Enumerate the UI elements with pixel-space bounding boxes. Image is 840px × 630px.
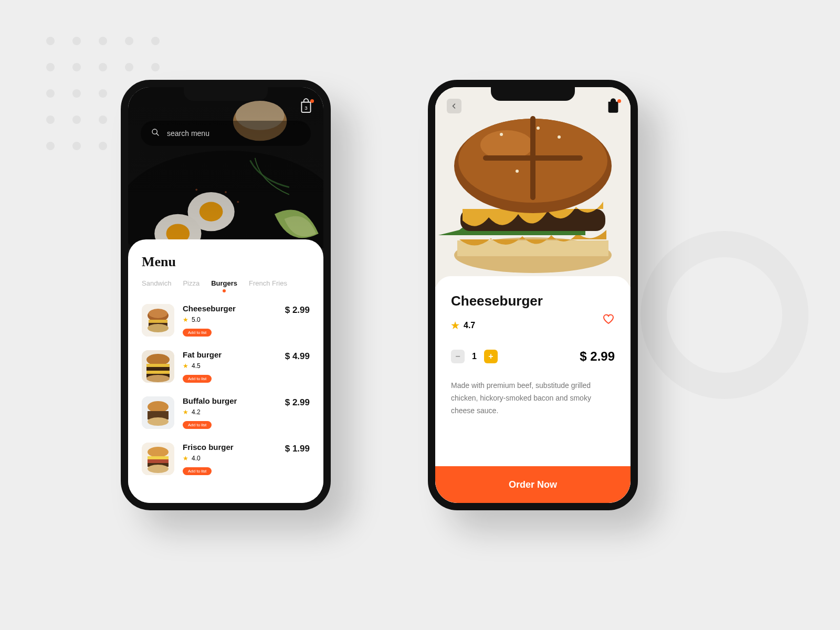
svg-point-33 bbox=[148, 447, 169, 457]
item-name: Cheeseburger bbox=[183, 304, 277, 313]
item-rating: 4.2 bbox=[192, 408, 201, 416]
phone-notch bbox=[491, 87, 575, 101]
product-rating: 4.7 bbox=[464, 321, 475, 330]
item-thumb bbox=[142, 304, 174, 337]
add-to-list-button[interactable]: Add to list bbox=[183, 467, 212, 475]
phone-detail: 3 Cheeseburger ★ 4.7 − 1 + $ 2.99 Made w… bbox=[428, 80, 638, 510]
list-item[interactable]: Fat burger ★ 4.5 Add to list $ 4.99 bbox=[142, 350, 310, 383]
qty-increase-button[interactable]: + bbox=[484, 350, 498, 363]
tab-pizza[interactable]: Pizza bbox=[183, 279, 200, 292]
tab-sandwich[interactable]: Sandwich bbox=[142, 279, 171, 292]
star-icon: ★ bbox=[183, 316, 188, 323]
list-item[interactable]: Cheeseburger ★ 5.0 Add to list $ 2.99 bbox=[142, 304, 310, 337]
svg-rect-22 bbox=[146, 364, 170, 367]
search-input[interactable] bbox=[167, 129, 300, 138]
menu-list[interactable]: Cheeseburger ★ 5.0 Add to list $ 2.99 Fa… bbox=[142, 304, 310, 475]
svg-point-46 bbox=[558, 135, 561, 139]
svg-text:3: 3 bbox=[612, 105, 614, 111]
item-rating: 4.0 bbox=[192, 455, 201, 462]
svg-point-26 bbox=[146, 375, 170, 382]
svg-rect-24 bbox=[146, 371, 170, 374]
svg-point-37 bbox=[148, 465, 169, 473]
product-image bbox=[435, 87, 631, 287]
cart-badge-dot bbox=[617, 99, 621, 103]
svg-point-16 bbox=[149, 309, 167, 318]
decor-ring bbox=[640, 231, 808, 399]
svg-rect-17 bbox=[149, 320, 167, 323]
qty-value: 1 bbox=[472, 352, 477, 361]
cart-button[interactable]: 3 bbox=[606, 98, 620, 113]
list-item[interactable]: Frisco burger ★ 4.0 Add to list $ 1.99 bbox=[142, 443, 310, 475]
item-rating: 5.0 bbox=[192, 316, 201, 323]
product-price: $ 2.99 bbox=[580, 349, 615, 364]
svg-text:3: 3 bbox=[304, 105, 307, 111]
item-name: Fat burger bbox=[183, 350, 277, 359]
menu-heading: Menu bbox=[142, 254, 310, 270]
favorite-button[interactable] bbox=[602, 313, 615, 328]
svg-point-28 bbox=[148, 401, 169, 413]
item-name: Frisco burger bbox=[183, 443, 277, 452]
item-price: $ 2.99 bbox=[285, 397, 310, 408]
star-icon: ★ bbox=[451, 320, 459, 331]
item-price: $ 2.99 bbox=[285, 305, 310, 316]
item-thumb bbox=[142, 350, 174, 383]
tab-burgers[interactable]: Burgers bbox=[211, 279, 237, 292]
item-thumb bbox=[142, 443, 174, 475]
menu-sheet: Menu Sandwich Pizza Burgers French Fries… bbox=[128, 239, 323, 503]
add-to-list-button[interactable]: Add to list bbox=[183, 329, 212, 337]
back-button[interactable] bbox=[447, 99, 461, 113]
phone-notch bbox=[184, 87, 268, 101]
svg-rect-34 bbox=[148, 456, 169, 459]
star-icon: ★ bbox=[183, 362, 188, 370]
svg-rect-23 bbox=[146, 367, 170, 371]
product-title: Cheeseburger bbox=[451, 293, 615, 309]
quantity-stepper: − 1 + bbox=[451, 350, 498, 363]
svg-line-13 bbox=[156, 133, 159, 135]
add-to-list-button[interactable]: Add to list bbox=[183, 375, 212, 383]
svg-point-21 bbox=[146, 354, 170, 365]
item-rating: 4.5 bbox=[192, 362, 201, 370]
svg-rect-35 bbox=[148, 459, 169, 463]
search-icon bbox=[151, 128, 160, 139]
product-description: Made with premium beef, substitude grill… bbox=[451, 380, 615, 417]
order-now-button[interactable]: Order Now bbox=[435, 466, 631, 503]
svg-point-44 bbox=[480, 130, 533, 160]
category-tabs: Sandwich Pizza Burgers French Fries bbox=[142, 279, 310, 292]
star-icon: ★ bbox=[183, 408, 188, 416]
svg-point-19 bbox=[148, 324, 169, 332]
qty-decrease-button[interactable]: − bbox=[451, 350, 465, 363]
phone-menu: 3 Menu Sandwich Pizza Burgers French Fri… bbox=[121, 80, 331, 510]
menu-hero: 3 bbox=[128, 87, 323, 260]
list-item[interactable]: Buffalo burger ★ 4.2 Add to list $ 2.99 bbox=[142, 396, 310, 429]
search-bar[interactable] bbox=[141, 121, 311, 146]
item-price: $ 1.99 bbox=[285, 444, 310, 454]
svg-point-47 bbox=[537, 127, 540, 130]
tab-french-fries[interactable]: French Fries bbox=[249, 279, 287, 292]
star-icon: ★ bbox=[183, 455, 188, 462]
add-to-list-button[interactable]: Add to list bbox=[183, 421, 212, 429]
item-name: Buffalo burger bbox=[183, 396, 277, 405]
svg-point-45 bbox=[500, 133, 503, 136]
svg-point-48 bbox=[516, 170, 519, 173]
svg-rect-29 bbox=[148, 411, 169, 415]
detail-hero: 3 bbox=[435, 87, 631, 287]
svg-point-31 bbox=[148, 417, 169, 426]
cart-button[interactable]: 3 bbox=[299, 98, 313, 113]
item-thumb bbox=[142, 396, 174, 429]
item-price: $ 4.99 bbox=[285, 351, 310, 362]
cart-badge-dot bbox=[310, 99, 314, 103]
